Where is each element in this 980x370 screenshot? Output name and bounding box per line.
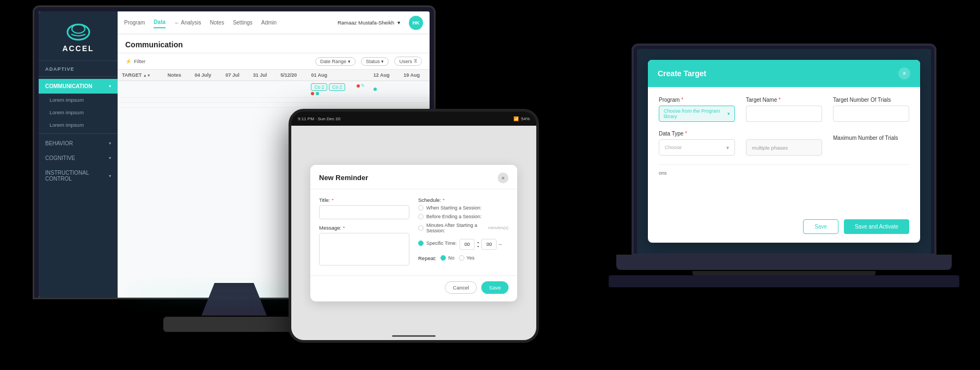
laptop-hinge	[693, 271, 875, 275]
status-filter[interactable]: Status ▾	[361, 57, 389, 66]
user-info: Ramaaz Mustafa-Sheikh ▾	[338, 20, 400, 26]
row2-target	[118, 98, 163, 103]
repeat-no-label: No	[448, 255, 455, 261]
ct-target-name-field: Target Name *	[746, 97, 822, 122]
schedule-option-4[interactable]: Specific Time: 00 : 00 –	[418, 237, 509, 250]
schedule-label-4: Specific Time:	[426, 240, 457, 246]
nav-notes[interactable]: Notes	[210, 17, 224, 28]
dot-green-2	[373, 88, 377, 91]
data-type-select[interactable]: Choose ▾	[659, 139, 735, 156]
ct-program-label: Program *	[659, 97, 735, 103]
message-field-label: Message: *	[319, 225, 409, 231]
tablet-battery: 📶 54%	[513, 116, 530, 121]
radio-before-ending[interactable]	[418, 214, 424, 219]
sidebar-sub-1[interactable]: Lorem impsum	[39, 94, 118, 106]
time-min[interactable]: 00	[481, 239, 497, 250]
sidebar-item-communication[interactable]: COMMUNICATION ▾	[39, 79, 118, 94]
radio-repeat-no[interactable]	[440, 255, 446, 261]
row1-07jul	[221, 81, 249, 98]
schedule-label-1: When Starting a Session:	[426, 205, 482, 211]
dot-green-1	[316, 92, 319, 95]
radio-repeat-yes[interactable]	[459, 255, 464, 261]
chevron-icon-behavior: ▾	[109, 141, 111, 146]
target-name-input[interactable]	[746, 106, 822, 122]
logo-text: ACCEL	[62, 44, 94, 53]
table-row-2	[118, 98, 430, 103]
ct-conditions-area: ons	[659, 170, 909, 176]
filter-button[interactable]: ⚡ Filter	[125, 58, 145, 64]
row1-12aug	[369, 81, 400, 98]
filter-icon: ⚡	[125, 58, 132, 64]
col-07jul: 07 Jul	[221, 70, 249, 81]
edit-icon[interactable]: ✎	[361, 83, 365, 88]
ct-row-1: Program * Choose from the Program librar…	[659, 97, 909, 122]
schedule-required: *	[443, 197, 445, 203]
chevron-program-icon: ▾	[727, 111, 730, 116]
modal-title: New Reminder	[319, 174, 368, 182]
target-trials-input[interactable]	[833, 106, 909, 122]
nav-settings[interactable]: Settings	[233, 17, 253, 28]
user-avatar[interactable]: HK	[409, 16, 423, 30]
schedule-option-2[interactable]: Before Ending a Session:	[418, 214, 509, 219]
users-filter[interactable]: Users ⧖	[394, 57, 422, 66]
sidebar-item-behavior[interactable]: BEHAVIOR ▾	[39, 136, 118, 151]
sidebar-item-cognitive[interactable]: COGNITIVE ▾	[39, 151, 118, 165]
date-range-filter[interactable]: Date Range ▾	[315, 57, 356, 66]
tablet-device: 9:11 PM · Sun Dec 20 📶 54% New Reminder …	[289, 109, 539, 343]
sidebar-sub-2[interactable]: Lorem impsum	[39, 106, 118, 119]
sidebar-sub-3[interactable]: Lorem impsum	[39, 119, 118, 131]
cell-badge-co2-1: Co 2	[311, 83, 327, 91]
modal-close-button[interactable]: ×	[498, 172, 509, 183]
ct-save-button[interactable]: Save	[803, 219, 838, 234]
repeat-yes-option[interactable]: Yes	[459, 255, 475, 261]
nav-program[interactable]: Program	[124, 17, 145, 28]
schedule-label-2: Before Ending a Session:	[426, 214, 482, 219]
repeat-yes-label: Yes	[467, 255, 475, 261]
program-required: *	[681, 97, 683, 103]
program-select[interactable]: Choose from the Program library ▾	[659, 106, 735, 122]
time-hour[interactable]: 00	[460, 239, 475, 250]
filter-users-icon: ⧖	[414, 58, 417, 64]
nav-data[interactable]: Data	[154, 17, 166, 28]
nav-admin[interactable]: Admin	[261, 17, 277, 28]
repeat-row: Repeat: No Yes	[418, 255, 509, 261]
chevron-user-icon: ▾	[397, 20, 400, 26]
schedule-option-3[interactable]: Minutes After Starting a Session: minute…	[418, 223, 509, 233]
radio-minutes-after[interactable]	[418, 225, 424, 231]
ct-phases-field: multiple phases	[746, 131, 822, 156]
chevron-icon-instructional: ▾	[109, 174, 111, 178]
row1-04july	[191, 81, 222, 98]
row1-01aug: ✎ Co 2 Co 2	[307, 81, 369, 98]
ct-close-button[interactable]: ×	[898, 67, 910, 79]
radio-specific-time[interactable]	[418, 240, 424, 246]
ct-modal-title: Create Target	[658, 69, 706, 78]
ct-divider	[659, 164, 909, 165]
sidebar-item-instructional-control[interactable]: INSTRUCTIONAL CONTROL ▾	[39, 165, 118, 186]
message-textarea[interactable]	[319, 233, 409, 266]
behavior-label: BEHAVIOR	[45, 140, 73, 146]
minutes-label: minutes(s)	[488, 225, 509, 230]
radio-when-starting[interactable]	[418, 205, 424, 211]
schedule-option-1[interactable]: When Starting a Session:	[418, 205, 509, 211]
repeat-no-option[interactable]: No	[440, 255, 455, 261]
laptop-bottom	[609, 275, 959, 287]
save-button[interactable]: Save	[481, 281, 509, 294]
sidebar-logo: ACCEL	[39, 11, 118, 61]
cognitive-label: COGNITIVE	[45, 155, 75, 161]
svg-point-1	[72, 24, 85, 33]
col-target: TARGET ▲▼	[118, 70, 163, 81]
tablet-home-indicator	[392, 335, 436, 337]
target-name-required: *	[779, 97, 781, 103]
tablet-status-bar: 9:11 PM · Sun Dec 20 📶 54%	[291, 112, 536, 126]
cancel-button[interactable]: Cancel	[445, 281, 477, 294]
sidebar-nav: ADAPTIVE COMMUNICATION ▾ Lorem impsum Lo…	[39, 61, 118, 298]
title-input[interactable]	[319, 205, 409, 219]
chevron-status-icon: ▾	[381, 59, 384, 64]
ct-save-activate-button[interactable]: Save and Activate	[844, 219, 909, 234]
chevron-data-type-icon: ▾	[726, 145, 729, 151]
monitor-base	[163, 317, 305, 332]
instructional-control-label: INSTRUCTIONAL CONTROL	[45, 170, 109, 182]
nav-analysis[interactable]: ← Analysis	[174, 17, 201, 28]
ampm-selector[interactable]: –	[499, 242, 501, 247]
phases-select[interactable]: multiple phases	[746, 139, 822, 156]
